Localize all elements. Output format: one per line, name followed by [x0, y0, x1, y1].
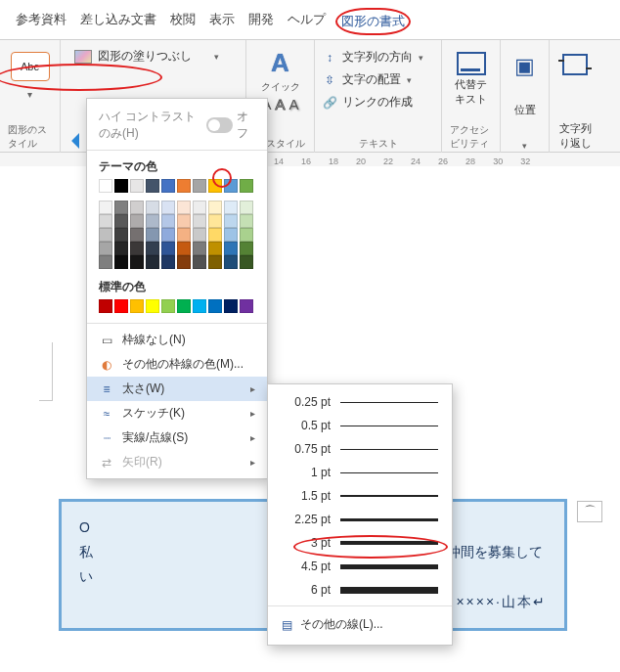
theme-color-swatch[interactable] [161, 201, 175, 214]
weight-item[interactable]: ≡ 太さ(W) ▸ [87, 377, 267, 401]
theme-color-swatch[interactable] [208, 214, 222, 228]
theme-color-swatch[interactable] [114, 179, 128, 193]
theme-color-swatch[interactable] [177, 255, 191, 269]
standard-color-swatch[interactable] [193, 299, 206, 313]
theme-color-swatch[interactable] [146, 255, 159, 269]
theme-color-swatch[interactable] [146, 228, 159, 242]
weight-option[interactable]: 3 pt [268, 531, 452, 555]
theme-color-swatch[interactable] [130, 201, 144, 214]
high-contrast-toggle[interactable]: ハイ コントラストのみ(H) オフ [87, 105, 267, 146]
standard-color-swatch[interactable] [161, 299, 175, 313]
theme-color-swatch[interactable] [99, 179, 112, 193]
theme-color-swatch[interactable] [193, 179, 206, 193]
theme-color-swatch[interactable] [114, 214, 128, 228]
weight-option[interactable]: 1.5 pt [268, 484, 452, 508]
standard-color-swatch[interactable] [240, 299, 253, 313]
theme-color-swatch[interactable] [208, 179, 222, 193]
tab-view[interactable]: 表示 [205, 8, 239, 35]
theme-color-swatch[interactable] [224, 214, 238, 228]
theme-color-swatch[interactable] [193, 255, 206, 269]
standard-color-swatch[interactable] [130, 299, 144, 313]
theme-color-swatch[interactable] [208, 228, 222, 242]
theme-color-swatch[interactable] [240, 228, 253, 242]
theme-color-swatch[interactable] [224, 179, 238, 193]
theme-color-swatch[interactable] [193, 214, 206, 228]
theme-color-swatch[interactable] [240, 179, 253, 193]
standard-color-swatch[interactable] [177, 299, 191, 313]
theme-color-swatch[interactable] [99, 242, 112, 255]
wrap-text-icon[interactable] [562, 54, 588, 75]
more-outline-colors-item[interactable]: ◐ その他の枠線の色(M)... [87, 352, 267, 377]
theme-color-swatch[interactable] [130, 228, 144, 242]
theme-color-swatch[interactable] [177, 214, 191, 228]
theme-color-swatch[interactable] [240, 255, 253, 269]
standard-color-swatch[interactable] [146, 299, 159, 313]
weight-option[interactable]: 1 pt [268, 461, 452, 484]
theme-color-swatch[interactable] [130, 179, 144, 193]
tab-developer[interactable]: 開発 [244, 8, 278, 35]
weight-option[interactable]: 0.5 pt [268, 414, 452, 437]
weight-option[interactable]: 6 pt [268, 578, 452, 602]
theme-color-swatch[interactable] [114, 228, 128, 242]
create-link-button[interactable]: 🔗 リンクの作成 [323, 93, 413, 112]
theme-color-swatch[interactable] [114, 242, 128, 255]
theme-color-swatch[interactable] [99, 255, 112, 269]
tab-shape-format[interactable]: 図形の書式 [335, 8, 411, 35]
no-outline-item[interactable]: ▭ 枠線なし(N) [87, 328, 267, 352]
theme-color-swatch[interactable] [146, 201, 159, 214]
theme-color-swatch[interactable] [161, 179, 175, 193]
standard-color-swatch[interactable] [114, 299, 128, 313]
theme-color-swatch[interactable] [240, 242, 253, 255]
theme-color-swatch[interactable] [177, 201, 191, 214]
alt-text-icon[interactable] [457, 52, 486, 75]
theme-color-swatch[interactable] [193, 228, 206, 242]
wordart-quick-styles[interactable]: A [271, 48, 289, 78]
theme-color-swatch[interactable] [224, 242, 238, 255]
theme-color-swatch[interactable] [208, 242, 222, 255]
tab-help[interactable]: ヘルプ [284, 8, 330, 35]
theme-color-swatch[interactable] [130, 214, 144, 228]
sketch-item[interactable]: ≈ スケッチ(K) ▸ [87, 401, 267, 426]
standard-color-swatch[interactable] [224, 299, 238, 313]
weight-option[interactable]: 0.75 pt [268, 437, 452, 461]
theme-color-swatch[interactable] [146, 214, 159, 228]
more-lines-item[interactable]: ▤ その他の線(L)... [268, 610, 452, 639]
tab-review[interactable]: 校閲 [166, 8, 199, 35]
theme-color-swatch[interactable] [161, 214, 175, 228]
align-text-button[interactable]: ⇳ 文字の配置▾ [323, 70, 412, 89]
theme-color-swatch[interactable] [224, 201, 238, 214]
theme-color-swatch[interactable] [208, 255, 222, 269]
shape-style-preview[interactable]: Abc [11, 52, 50, 81]
theme-color-swatch[interactable] [193, 201, 206, 214]
position-icon[interactable]: ▣ [514, 54, 535, 79]
theme-color-swatch[interactable] [146, 179, 159, 193]
standard-color-swatch[interactable] [208, 299, 222, 313]
theme-color-swatch[interactable] [224, 255, 238, 269]
theme-color-swatch[interactable] [240, 214, 253, 228]
shape-fill-button[interactable]: 図形の塗りつぶし ▾ [68, 46, 225, 67]
weight-option[interactable]: 2.25 pt [268, 508, 452, 531]
text-direction-button[interactable]: ↕ 文字列の方向▾ [323, 48, 423, 67]
tab-mailings[interactable]: 差し込み文書 [76, 8, 160, 35]
text-outline-button[interactable]: A [275, 96, 285, 112]
theme-color-swatch[interactable] [146, 242, 159, 255]
theme-color-swatch[interactable] [193, 242, 206, 255]
theme-color-swatch[interactable] [208, 201, 222, 214]
tab-references[interactable]: 参考資料 [12, 8, 70, 35]
theme-color-swatch[interactable] [114, 255, 128, 269]
theme-color-swatch[interactable] [177, 228, 191, 242]
text-effects-button[interactable]: A [289, 96, 299, 112]
standard-color-swatch[interactable] [99, 299, 112, 313]
theme-color-swatch[interactable] [161, 242, 175, 255]
theme-color-swatch[interactable] [240, 201, 253, 214]
layout-options-icon[interactable]: ⌒ [577, 501, 602, 522]
weight-option[interactable]: 4.5 pt [268, 555, 452, 578]
theme-color-swatch[interactable] [224, 228, 238, 242]
dashes-item[interactable]: ┈ 実線/点線(S) ▸ [87, 426, 267, 450]
theme-color-swatch[interactable] [99, 201, 112, 214]
theme-color-swatch[interactable] [161, 228, 175, 242]
theme-color-swatch[interactable] [99, 228, 112, 242]
theme-color-swatch[interactable] [130, 242, 144, 255]
theme-color-swatch[interactable] [161, 255, 175, 269]
theme-color-swatch[interactable] [177, 242, 191, 255]
